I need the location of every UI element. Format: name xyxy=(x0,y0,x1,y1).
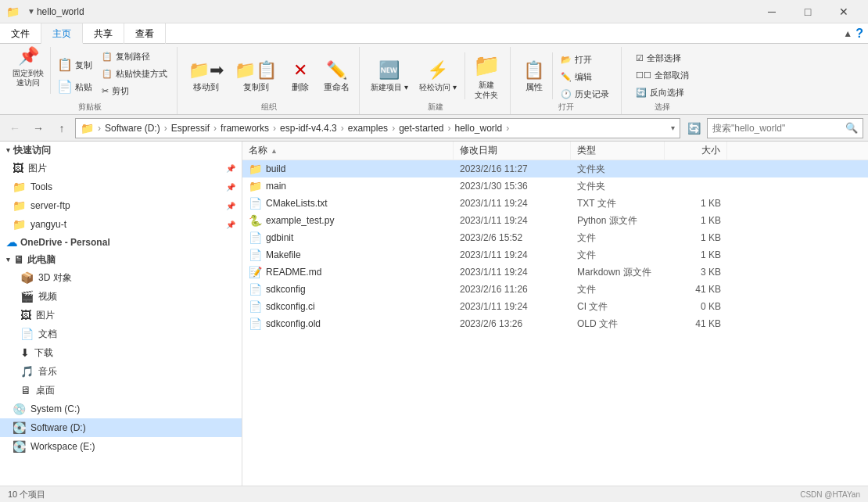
file-name-main: 📁 main xyxy=(242,177,454,195)
ribbon-btn-pin[interactable]: 📌 固定到快速访问 xyxy=(8,47,48,94)
tab-share[interactable]: 共享 xyxy=(83,23,124,44)
col-header-date[interactable]: 修改日期 xyxy=(454,142,571,160)
tab-view[interactable]: 查看 xyxy=(124,23,166,44)
file-row-makefile[interactable]: 📄 Makefile 2023/1/11 19:24 文件 1 KB xyxy=(242,246,868,264)
file-row-example_test[interactable]: 🐍 example_test.py 2023/1/11 19:24 Python… xyxy=(242,212,868,229)
ribbon-btn-easy-access[interactable]: ⚡ 轻松访问 ▾ xyxy=(414,52,461,99)
sidebar-item-drive-d[interactable]: 💽 Software (D:) xyxy=(0,418,242,437)
window-icon: 📁 xyxy=(6,5,20,18)
file-size-main xyxy=(665,177,727,195)
addr-sep7: › xyxy=(448,123,451,134)
file-row-build[interactable]: 📁 build 2023/2/16 11:27 文件夹 xyxy=(242,160,868,177)
ribbon-btn-copy[interactable]: 📋 复制 xyxy=(52,54,97,76)
sidebar-item-video[interactable]: 🎬 视频 xyxy=(8,287,242,306)
maximize-button[interactable]: □ xyxy=(790,0,826,23)
ribbon-btn-copy-to[interactable]: 📁📋 复制到 xyxy=(230,52,282,99)
ribbon-btn-new-item[interactable]: 🆕 新建项目 ▾ xyxy=(366,52,413,99)
ribbon-collapse-icon[interactable]: ▲ xyxy=(843,28,852,39)
3d-label: 3D 对象 xyxy=(38,271,235,285)
edit-label: 编辑 xyxy=(575,71,592,83)
sidebar-item-drive-e[interactable]: 💽 Workspace (E:) xyxy=(0,437,242,456)
history-icon: 🕐 xyxy=(561,89,572,99)
edit-icon: ✏️ xyxy=(561,72,572,82)
sidebar-item-tools[interactable]: 📁 Tools 📌 xyxy=(0,177,242,196)
col-header-name[interactable]: 名称 ▲ xyxy=(242,142,454,160)
item-count: 10 个项目 xyxy=(8,489,45,500)
help-icon[interactable]: ? xyxy=(855,27,863,41)
ribbon: 文件 主页 共享 查看 ▲ ? 📌 固定到快速访问 📋 复制 xyxy=(0,23,868,115)
cut-icon: ✂ xyxy=(102,86,109,96)
file-row-readme[interactable]: 📝 README.md 2023/1/11 19:24 Markdown 源文件… xyxy=(242,264,868,281)
window-arrow1: ▼ xyxy=(27,7,35,16)
sidebar-item-drive-c[interactable]: 💿 System (C:) xyxy=(0,400,242,418)
ribbon-btn-invert[interactable]: 🔄 反向选择 xyxy=(631,84,689,100)
file-size-example_test: 1 KB xyxy=(665,212,727,229)
file-name-gdbinit: 📄 gdbinit xyxy=(242,229,454,246)
file-row-main[interactable]: 📁 main 2023/1/30 15:36 文件夹 xyxy=(242,177,868,195)
paste-shortcut-label: 粘贴快捷方式 xyxy=(116,68,167,80)
file-size-cmakelists: 1 KB xyxy=(665,195,727,212)
this-pc-items: 📦 3D 对象 🎬 视频 🖼 图片 📄 文档 ⬇ 下载 xyxy=(0,268,242,400)
search-input[interactable] xyxy=(712,123,842,134)
ribbon-btn-paste-shortcut[interactable]: 📋 粘贴快捷方式 xyxy=(97,66,172,81)
drive-d-icon: 💽 xyxy=(13,421,26,434)
ribbon-btn-new-folder[interactable]: 📁 新建文件夹 xyxy=(468,52,505,99)
sidebar-item-3d[interactable]: 📦 3D 对象 xyxy=(8,268,242,287)
invert-label: 反向选择 xyxy=(650,87,684,99)
refresh-button[interactable]: 🔄 xyxy=(683,118,704,138)
sidebar-item-music[interactable]: 🎵 音乐 xyxy=(8,362,242,381)
ribbon-btn-copy-path[interactable]: 📋 复制路径 xyxy=(97,48,172,64)
file-size-makefile: 1 KB xyxy=(665,246,727,264)
file-row-sdkconfig[interactable]: 📄 sdkconfig 2023/2/16 11:26 文件 41 KB xyxy=(242,281,868,298)
ribbon-btn-select-all[interactable]: ☑ 全部选择 xyxy=(631,50,686,66)
ribbon-group-organize: 📁➡ 移动到 📁📋 复制到 ✕ 删除 ✏️ 重命名 组织 xyxy=(179,47,360,114)
drive-d-label: Software (D:) xyxy=(30,422,235,433)
ribbon-btn-history[interactable]: 🕐 历史记录 xyxy=(556,86,614,102)
quick-access-header[interactable]: ▾ 快速访问 xyxy=(0,142,242,159)
addr-sep1: › xyxy=(98,123,101,134)
ribbon-btn-select-none[interactable]: ☐☐ 全部取消 xyxy=(631,67,694,83)
sidebar-item-pictures2[interactable]: 🖼 图片 xyxy=(8,306,242,325)
back-button[interactable]: ← xyxy=(5,118,25,138)
ribbon-btn-open[interactable]: 📂 打开 xyxy=(556,52,614,67)
ribbon-btn-delete[interactable]: ✕ 删除 xyxy=(283,52,317,99)
tab-home[interactable]: 主页 xyxy=(41,23,83,44)
select-none-icon: ☐☐ xyxy=(636,70,651,81)
sidebar-item-pictures[interactable]: 🖼 图片 📌 xyxy=(0,159,242,177)
onedrive-header[interactable]: ☁ OneDrive - Personal xyxy=(0,234,242,251)
file-name-build: 📁 build xyxy=(242,160,454,177)
file-row-sdkconfig-old[interactable]: 📄 sdkconfig.old 2023/2/6 13:26 OLD 文件 41… xyxy=(242,315,868,332)
minimize-button[interactable]: ─ xyxy=(754,0,790,23)
search-box[interactable]: 🔍 xyxy=(707,118,863,138)
addr-dropdown-arrow[interactable]: ▾ xyxy=(671,124,675,132)
sidebar-item-server-ftp[interactable]: 📁 server-ftp 📌 xyxy=(0,196,242,215)
sidebar-item-desktop[interactable]: 🖥 桌面 xyxy=(8,381,242,400)
ribbon-group-open: 📋 属性 📂 打开 ✏️ 编辑 🕐 历史记录 xyxy=(512,47,622,114)
watermark: CSDN @HTAYan xyxy=(800,490,860,499)
file-row-gdbinit[interactable]: 📄 gdbinit 2023/2/6 15:52 文件 1 KB xyxy=(242,229,868,246)
file-row-cmakelists[interactable]: 📄 CMakeLists.txt 2023/1/11 19:24 TXT 文件 … xyxy=(242,195,868,212)
tab-file[interactable]: 文件 xyxy=(0,23,41,44)
col-header-type[interactable]: 类型 xyxy=(571,142,665,160)
ribbon-btn-rename[interactable]: ✏️ 重命名 xyxy=(319,52,354,99)
this-pc-header[interactable]: ▾ 🖥 此电脑 xyxy=(0,251,242,268)
ribbon-btn-paste[interactable]: 📄 粘贴 xyxy=(52,76,97,98)
sidebar-item-downloads[interactable]: ⬇ 下载 xyxy=(8,343,242,362)
address-box[interactable]: 📁 › Software (D:) › Espressif › framewor… xyxy=(75,118,680,138)
sidebar-item-yangyu-t[interactable]: 📁 yangyu-t 📌 xyxy=(0,215,242,234)
this-pc-label: 此电脑 xyxy=(27,253,56,267)
ribbon-btn-cut[interactable]: ✂ 剪切 xyxy=(97,83,172,99)
close-button[interactable]: ✕ xyxy=(826,0,862,23)
video-label: 视频 xyxy=(38,290,235,303)
forward-button[interactable]: → xyxy=(28,118,48,138)
file-row-sdkconfig-ci[interactable]: 📄 sdkconfig.ci 2023/1/11 19:24 CI 文件 0 K… xyxy=(242,298,868,315)
ribbon-btn-properties[interactable]: 📋 属性 xyxy=(518,52,549,99)
col-header-size[interactable]: 大小 xyxy=(665,142,727,160)
file-type-readme: Markdown 源文件 xyxy=(571,264,665,281)
ribbon-btn-edit[interactable]: ✏️ 编辑 xyxy=(556,69,614,84)
ribbon-btn-move[interactable]: 📁➡ 移动到 xyxy=(184,52,228,99)
file-type-build: 文件夹 xyxy=(571,160,665,177)
file-pane: 名称 ▲ 修改日期 类型 大小 📁 build 2023/2/16 11:27 … xyxy=(242,142,868,486)
up-button[interactable]: ↑ xyxy=(52,118,72,138)
sidebar-item-docs[interactable]: 📄 文档 xyxy=(8,325,242,343)
